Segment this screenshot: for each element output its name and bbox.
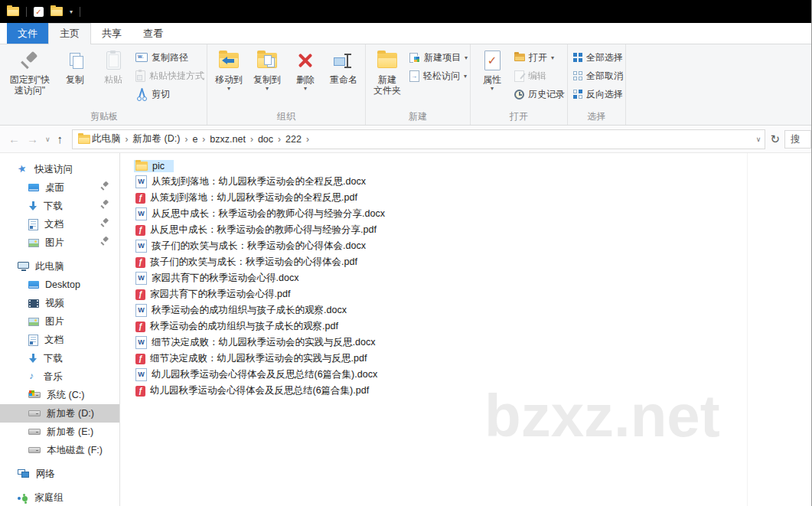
sidebar-item-drive-f[interactable]: 本地磁盘 (F:) [0,441,119,459]
ribbon-button-label: 重命名 [330,74,357,85]
sidebar-item-pc-pictures[interactable]: 图片 [0,312,119,331]
ribbon-button-history[interactable]: 历史记录 [514,88,565,100]
file-row[interactable]: 细节决定成败：幼儿园秋季运动会的实践与反思.docx [134,335,811,351]
file-row[interactable]: pic [134,158,811,174]
breadcrumb[interactable]: 此电脑›新加卷 (D:)›e›bzxz.net›doc›222›∨ [72,129,765,149]
ribbon-button-move-to[interactable]: 移动到▾ [210,44,248,92]
pdf-file-icon [135,354,145,364]
sidebar-item-label: 桌面 [45,181,64,194]
qat-customize-chevron-icon[interactable]: ▾ [70,8,73,15]
ribbon-button-new-folder[interactable]: 新建 文件夹 [368,44,406,96]
tab-view[interactable]: 查看 [132,24,174,44]
sidebar-item-pc-documents[interactable]: 文档 [0,331,119,349]
ribbon-button-paste[interactable]: 粘贴 [94,44,132,85]
file-row[interactable]: 家园共育下的秋季运动会心得.docx [134,270,811,286]
easy-access-icon [409,70,419,82]
address-dropdown-chevron-icon[interactable]: ∨ [756,135,761,143]
qat-properties-icon[interactable] [34,7,44,17]
ribbon-button-cut[interactable]: 剪切 [135,88,204,100]
ribbon-button-copy-path[interactable]: 复制路径 [135,51,204,64]
file-name: pic [152,161,165,171]
breadcrumb-item[interactable]: 此电脑 [92,132,121,145]
file-row[interactable]: 秋季运动会的成功组织与孩子成长的观察.docx [134,302,811,318]
ribbon-button-select-all[interactable]: 全部选择 [573,51,623,64]
file-row[interactable]: 细节决定成败：幼儿园秋季运动会的实践与反思.pdf [134,351,811,367]
sidebar-item-drive-c[interactable]: 系统 (C:) [0,386,119,404]
sidebar-item-qa-downloads[interactable]: 下载 [0,197,119,215]
sidebar-item-qa-desktop[interactable]: 桌面 [0,178,119,197]
ribbon-button-label: 编辑 [528,70,546,83]
ribbon-button-properties[interactable]: 属性▾ [473,44,511,92]
breadcrumb-item[interactable]: doc [258,134,273,145]
file-row[interactable]: 从反思中成长：秋季运动会的教师心得与经验分享.pdf [134,222,811,238]
tab-file[interactable]: 文件 [7,23,48,44]
ribbon-button-delete[interactable]: 删除▾ [286,44,324,92]
sidebar-item-homegroup[interactable]: 家庭组 [0,488,119,506]
file-row[interactable]: 从反思中成长：秋季运动会的教师心得与经验分享.docx [134,206,811,222]
sidebar-item-pc-desktop[interactable]: Desktop [0,276,119,294]
recent-locations-chevron-icon[interactable]: ∨ [45,135,51,143]
file-name: 从反思中成长：秋季运动会的教师心得与经验分享.pdf [150,224,377,237]
breadcrumb-item[interactable]: 222 [285,134,302,145]
breadcrumb-separator-icon: › [278,134,281,145]
ribbon-button-new-item[interactable]: 新建项目▾ [409,51,468,64]
sidebar-item-quick-access[interactable]: 快速访问 [0,160,119,178]
drive-d-icon [28,410,41,416]
breadcrumb-item[interactable]: bzxz.net [210,134,246,145]
file-row[interactable]: 秋季运动会的成功组织与孩子成长的观察.pdf [134,318,811,335]
ribbon-button-copy[interactable]: 复制 [56,44,94,85]
ribbon-button-select-none[interactable]: 全部取消 [573,70,623,82]
ribbon-button-easy-access[interactable]: 轻松访问▾ [409,70,468,82]
sidebar-item-pc-videos[interactable]: 视频 [0,294,119,312]
drive-e-icon [28,429,41,435]
sidebar-item-this-pc[interactable]: 此电脑 [0,257,119,276]
ribbon-button-copy-to[interactable]: 复制到▾ [248,44,286,92]
file-row[interactable]: 家园共育下的秋季运动会心得.pdf [134,286,811,302]
paste-shortcut-icon [135,70,145,82]
sidebar-item-pc-music[interactable]: 音乐 [0,367,119,386]
breadcrumb-item[interactable]: 新加卷 (D:) [133,132,181,145]
ribbon-group-new: 新建 文件夹新建项目▾轻松访问▾新建 [366,44,471,125]
forward-icon[interactable]: → [27,132,38,145]
sidebar-item-network[interactable]: 网络 [0,465,119,483]
sidebar-item-label: 此电脑 [35,260,64,273]
tab-home[interactable]: 主页 [48,23,91,44]
file-row[interactable]: 从策划到落地：幼儿园秋季运动会的全程反思.pdf [134,190,811,206]
ribbon-button-pin-to-quick-access[interactable]: 固定到"快速访问" [4,44,56,96]
ribbon-button-label: 删除 [296,74,315,85]
breadcrumb-folder-icon [78,135,90,144]
file-name: 秋季运动会的成功组织与孩子成长的观察.pdf [150,320,338,333]
file-row[interactable]: 孩子们的欢笑与成长：秋季运动会的心得体会.docx [134,238,811,254]
ribbon-button-label: 剪切 [152,88,170,101]
ribbon-button-label: 粘贴 [104,74,122,85]
sidebar-item-qa-pictures[interactable]: 图片 [0,233,119,252]
sidebar-item-qa-documents[interactable]: 文档 [0,215,119,233]
ribbon-button-open[interactable]: 打开▾ [514,51,565,64]
file-row[interactable]: 孩子们的欢笑与成长：秋季运动会的心得体会.pdf [134,254,811,270]
explorer-window: ▾ 文件 主页 共享 查看 固定到"快速访问"复制粘贴复制路径粘贴快捷方式剪切剪… [0,0,812,506]
qat-new-folder-icon[interactable] [51,7,63,16]
ribbon-button-edit[interactable]: 编辑 [514,70,565,82]
copy-path-icon [135,53,148,62]
breadcrumb-separator-icon: › [306,134,309,145]
ribbon-button-paste-shortcut[interactable]: 粘贴快捷方式 [135,70,204,82]
edit-icon [514,70,524,82]
sidebar-item-pc-downloads[interactable]: 下载 [0,349,119,367]
address-bar: ← → ∨ ↑ 此电脑›新加卷 (D:)›e›bzxz.net›doc›222›… [0,126,811,153]
tab-share[interactable]: 共享 [91,24,132,44]
navigation-pane: 快速访问桌面下载文档图片此电脑Desktop视频图片文档下载音乐系统 (C:)新… [0,153,120,506]
refresh-icon[interactable]: ↻ [770,132,780,146]
search-input[interactable]: 搜 [784,130,811,149]
back-icon[interactable]: ← [8,132,20,145]
file-row[interactable]: 从策划到落地：幼儿园秋季运动会的全程反思.docx [134,174,811,190]
move-to-icon [219,53,239,68]
ribbon-button-invert-selection[interactable]: 反向选择 [573,88,623,100]
up-icon[interactable]: ↑ [57,132,64,145]
sidebar-item-drive-e[interactable]: 新加卷 (E:) [0,423,119,441]
file-row[interactable]: 幼儿园秋季运动会心得体会及反思总结(6篇合集).docx [134,367,811,383]
ribbon-button-rename[interactable]: 重命名 [324,44,363,85]
sidebar-item-drive-d[interactable]: 新加卷 (D:) [0,404,119,423]
delete-icon [295,51,315,70]
qat-divider [26,7,27,17]
breadcrumb-item[interactable]: e [192,134,197,145]
